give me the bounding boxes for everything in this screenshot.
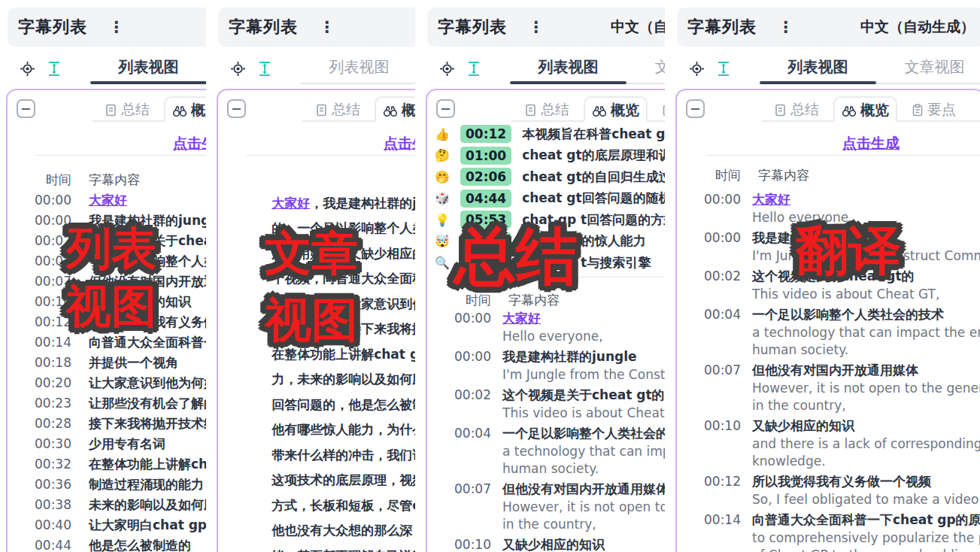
tab-list-view[interactable]: 列表视图	[301, 53, 415, 84]
expand-vertical-icon[interactable]	[258, 61, 272, 77]
subtitle-link[interactable]: 大家好	[752, 192, 790, 207]
subtitle-row[interactable]: 00:07 但他没有对国内开放通用媒体 However, it is not o…	[427, 480, 665, 533]
tab-summary[interactable]: 总结	[308, 96, 367, 120]
subtitle-row[interactable]: 00:10 又缺少相应的知识 and there is a lack of co…	[677, 417, 980, 470]
subtitle-link[interactable]: 大家好	[502, 311, 541, 326]
overview-text: cheat gt的自回归生成过程	[522, 168, 665, 186]
tab-summary[interactable]: 总结	[98, 96, 156, 120]
subtitle-text: 少用专有名词	[89, 434, 165, 454]
subtitle-row[interactable]: 00:23 让那些没有机会了解的人	[8, 393, 206, 414]
subtitle-row[interactable]: 00:38 未来的影响以及如何应对	[8, 495, 206, 515]
timestamp: 00:14	[677, 511, 741, 552]
card-tab-bar: 总结 概览 要点	[92, 96, 206, 122]
locate-target-icon[interactable]	[20, 61, 35, 77]
subtitle-row[interactable]: 00:10 又缺少相应的知识 and there is a lack of co…	[427, 535, 665, 552]
overlay-stamp-translation: 翻译	[796, 224, 901, 277]
timestamp: 00:02	[427, 386, 491, 422]
timestamp-chip[interactable]: 02:06	[460, 168, 511, 186]
subtitle-card: 总结 概览 要点 👍 00:12 本视频旨在科普cheat gt的原理 🤔 01…	[426, 89, 665, 552]
subtitle-row[interactable]: 00:14 向普通大众全面科普一下cheat gp的原理 to comprehe…	[677, 511, 980, 552]
tab-summary[interactable]: 总结	[517, 96, 576, 120]
subtitle-text: 但他没有对国内开放通用媒体	[502, 481, 665, 496]
tab-summary[interactable]: 总结	[767, 96, 826, 120]
tab-list-view[interactable]: 列表视图	[90, 53, 206, 84]
generate-link[interactable]: 点击生成	[842, 134, 900, 153]
tab-article-view[interactable]: 文章视图	[627, 53, 665, 84]
article-line: 大家好，我是建构社群的jungle，	[227, 165, 415, 191]
kebab-menu-icon[interactable]: ⋮	[108, 18, 124, 36]
overview-item[interactable]: 🤭 02:06 cheat gt的自回归生成过程	[433, 166, 665, 188]
timestamp: 00:00	[677, 190, 741, 226]
tab-overview[interactable]: 概览	[833, 96, 897, 122]
locate-target-icon[interactable]	[439, 61, 455, 77]
locate-target-icon[interactable]	[689, 61, 705, 77]
timestamp-chip[interactable]: 00:12	[460, 125, 511, 143]
subtitle-text: 在整体功能上讲解chat gp	[89, 454, 206, 475]
timestamp: 00:32	[8, 454, 71, 475]
tab-overview-label: 概览	[611, 101, 639, 120]
subtitle-row[interactable]: 00:00 我是建构社群的jungle I'm Jungle from the …	[427, 347, 665, 384]
expand-vertical-icon[interactable]	[467, 61, 481, 77]
tab-list-view[interactable]: 列表视图	[510, 53, 627, 84]
subtitle-row[interactable]: 00:04 一个足以影响整个人类社会的技术 a technology that …	[677, 305, 980, 359]
subtitle-row[interactable]: 00:40 让大家明白chat gp	[8, 515, 206, 535]
subtitle-row[interactable]: 00:32 在整体功能上讲解chat gp	[8, 454, 206, 475]
subtitle-row[interactable]: 00:36 制造过程涌现的能力	[8, 475, 206, 495]
overview-item[interactable]: 🎲 04:44 cheat gt回答问题的随机性	[433, 188, 665, 210]
expand-vertical-icon[interactable]	[717, 61, 730, 77]
subtitle-row[interactable]: 00:14 向普通大众全面科普一下	[8, 332, 206, 353]
subtitle-row[interactable]: 00:12 所以我觉得我有义务做一个视频 So, I feel obligate…	[677, 472, 980, 508]
subtitle-row[interactable]: 00:00 大家好 Hello everyone,	[427, 309, 665, 345]
subtitle-row[interactable]: 00:30 少用专有名词	[8, 434, 206, 454]
timestamp-chip[interactable]: 04:44	[460, 190, 511, 208]
subtitle-link[interactable]: 大家好	[272, 196, 310, 211]
collapse-button[interactable]	[686, 99, 705, 118]
tab-list-view[interactable]: 列表视图	[760, 53, 876, 84]
tab-keypoints[interactable]: 要点	[655, 96, 665, 120]
subtitle-row[interactable]: 00:20 让大家意识到他为何如此	[8, 373, 206, 393]
timestamp-chip[interactable]: 01:00	[460, 147, 511, 165]
collapse-button[interactable]	[227, 99, 246, 118]
subtitle-row[interactable]: 00:04 一个足以影响整个人类社会的技术 a technology that …	[427, 424, 665, 478]
tab-article-view[interactable]: 文章视图	[876, 53, 980, 84]
view-tab-bar: 列表视图 文章视图	[420, 53, 665, 84]
subtitle-row[interactable]: 00:28 接下来我将抛开技术细节	[8, 414, 206, 434]
locate-target-icon[interactable]	[230, 61, 246, 77]
tab-overview[interactable]: 概览	[584, 96, 648, 122]
subtitle-link[interactable]: 大家好	[89, 190, 127, 211]
generate-link[interactable]: 点击生成	[173, 134, 206, 153]
subtitle-text: 制造过程涌现的能力	[89, 475, 204, 495]
subtitle-translation: This video is about Cheat GT,	[502, 405, 665, 422]
clipboard-icon	[912, 104, 924, 117]
subtitle-row[interactable]: 00:18 并提供一个视角	[8, 353, 206, 373]
emoji-icon: 👍	[433, 127, 451, 141]
subtitle-row[interactable]: 00:44 他是怎么被制造的	[8, 535, 206, 552]
subtitle-row[interactable]: 00:02 这个视频是关于cheat gt的 This video is abo…	[427, 386, 665, 422]
kebab-menu-icon[interactable]: ⋮	[319, 18, 335, 36]
card-tab-bar: 总结 概览 要点	[511, 96, 665, 122]
subtitle-row[interactable]: 00:00 大家好	[8, 190, 206, 211]
document-icon	[774, 104, 787, 117]
kebab-menu-icon[interactable]: ⋮	[528, 18, 544, 36]
content-column-header: 字幕内容	[758, 165, 809, 185]
kebab-menu-icon[interactable]: ⋮	[778, 18, 793, 36]
timestamp: 00:20	[8, 373, 71, 393]
collapse-button[interactable]	[436, 99, 455, 118]
subtitle-row[interactable]: 00:07 但他没有对国内开放通用媒体 However, it is not o…	[677, 361, 980, 414]
tab-keypoints[interactable]: 要点	[905, 96, 963, 120]
subtitle-text: 这个视频是关于cheat gt的	[502, 387, 665, 402]
tab-overview[interactable]: 概览	[375, 96, 415, 122]
subtitle-card: 总结 概览 要点 点击生成 时间 字幕内容 00:00 大家好 Hello ev…	[675, 89, 980, 552]
divider	[247, 155, 415, 156]
time-column-header: 时间	[677, 165, 741, 185]
overview-item[interactable]: 🤔 01:00 cheat gt的底层原理和训练方法	[433, 145, 665, 167]
document-icon	[315, 104, 328, 117]
overlay-stamp-summary: 总结	[454, 226, 578, 287]
article-line-text: 他有哪些惊人能力，为什么他不会思	[272, 422, 415, 437]
overview-item[interactable]: 👍 00:12 本视频旨在科普cheat gt的原理	[433, 123, 665, 145]
tab-overview[interactable]: 概览	[164, 96, 206, 122]
generate-link[interactable]: 点击生成	[384, 134, 415, 153]
collapse-button[interactable]	[17, 99, 35, 118]
subtitle-list: 00:00 大家好 Hello everyone, 00:00 我是建构社群的j…	[427, 307, 665, 552]
expand-vertical-icon[interactable]	[47, 61, 61, 77]
